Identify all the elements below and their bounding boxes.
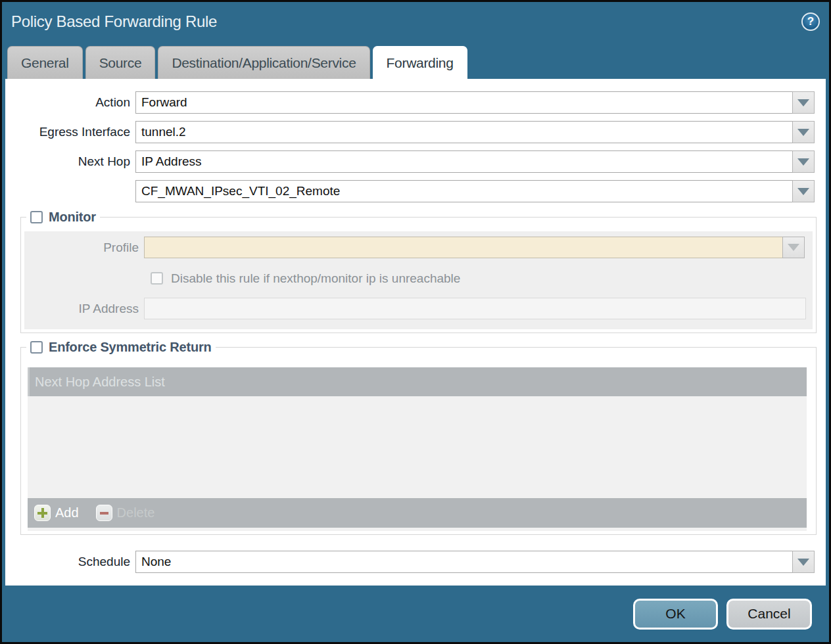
- action-label: Action: [5, 95, 135, 110]
- help-icon[interactable]: ?: [801, 12, 820, 31]
- table-bottom-strip: [28, 528, 807, 531]
- profile-select[interactable]: [144, 237, 783, 258]
- cancel-button[interactable]: Cancel: [726, 599, 812, 630]
- next-hop-address-dropdown-button[interactable]: [792, 180, 815, 202]
- chevron-down-icon: [797, 188, 809, 195]
- schedule-dropdown-button[interactable]: [792, 551, 815, 573]
- action-dropdown-button[interactable]: [792, 91, 815, 114]
- add-button[interactable]: Add: [34, 505, 79, 521]
- minus-icon: [96, 505, 112, 521]
- monitor-panel: Profile Disable this rule if nexthop/mon…: [24, 231, 813, 329]
- symmetric-return-legend: Enforce Symmetric Return: [26, 340, 216, 355]
- next-hop-type-select[interactable]: IP Address: [135, 150, 793, 173]
- next-hop-label: Next Hop: [5, 154, 135, 169]
- chevron-down-icon: [797, 99, 809, 106]
- schedule-row: Schedule None: [5, 551, 815, 573]
- disable-rule-checkbox[interactable]: [151, 272, 163, 285]
- tab-source[interactable]: Source: [85, 46, 156, 79]
- monitor-checkbox[interactable]: [30, 211, 43, 223]
- table-toolbar: Add Delete: [28, 498, 807, 528]
- action-select[interactable]: Forward: [135, 91, 793, 114]
- action-row: Action Forward: [5, 91, 815, 114]
- dialog-title: Policy Based Forwarding Rule: [11, 12, 217, 31]
- next-hop-type-dropdown-button[interactable]: [792, 150, 815, 173]
- disable-rule-label: Disable this rule if nexthop/monitor ip …: [171, 271, 460, 286]
- next-hop-address-list-table: Next Hop Address List Add Delete: [28, 367, 807, 531]
- egress-interface-dropdown-button[interactable]: [792, 121, 815, 143]
- symmetric-return-fieldset: Enforce Symmetric Return Next Hop Addres…: [20, 340, 817, 535]
- profile-label: Profile: [24, 241, 144, 255]
- ok-button[interactable]: OK: [633, 599, 718, 630]
- tab-content-forwarding: Action Forward Egress Interface tunnel.2…: [5, 79, 826, 586]
- chevron-down-icon: [797, 559, 809, 566]
- screen-frame: Policy Based Forwarding Rule ? General S…: [0, 0, 831, 644]
- chevron-down-icon: [797, 158, 809, 166]
- symmetric-return-legend-label: Enforce Symmetric Return: [49, 340, 212, 355]
- profile-dropdown-button[interactable]: [782, 237, 805, 258]
- tab-general[interactable]: General: [7, 46, 83, 79]
- egress-interface-label: Egress Interface: [5, 125, 135, 139]
- dialog-titlebar: Policy Based Forwarding Rule ?: [2, 2, 829, 41]
- dialog-footer: OK Cancel: [2, 586, 829, 642]
- table-body-empty[interactable]: [28, 396, 807, 498]
- chevron-down-icon: [797, 129, 809, 136]
- delete-button[interactable]: Delete: [96, 505, 155, 521]
- tab-destination-application-service[interactable]: Destination/Application/Service: [158, 46, 369, 79]
- egress-interface-select[interactable]: tunnel.2: [135, 121, 793, 143]
- egress-interface-row: Egress Interface tunnel.2: [5, 121, 815, 143]
- table-column-header[interactable]: Next Hop Address List: [28, 367, 807, 396]
- next-hop-address-select[interactable]: CF_MWAN_IPsec_VTI_02_Remote: [135, 180, 793, 202]
- profile-row: Profile: [24, 237, 809, 258]
- monitor-ip-address-input[interactable]: [144, 298, 806, 319]
- monitor-legend: Monitor: [26, 210, 100, 225]
- schedule-select[interactable]: None: [135, 551, 793, 573]
- add-button-label: Add: [55, 505, 79, 520]
- monitor-ip-address-row: IP Address: [24, 298, 809, 319]
- plus-icon: [34, 505, 51, 521]
- next-hop-row: Next Hop IP Address: [5, 150, 815, 173]
- monitor-fieldset: Monitor Profile Disable this rule if nex…: [20, 210, 817, 333]
- disable-rule-row: Disable this rule if nexthop/monitor ip …: [151, 270, 809, 287]
- pbf-rule-dialog: Policy Based Forwarding Rule ? General S…: [2, 2, 829, 642]
- tab-forwarding[interactable]: Forwarding: [373, 46, 467, 79]
- tab-bar: General Source Destination/Application/S…: [2, 41, 829, 79]
- monitor-legend-label: Monitor: [49, 210, 96, 225]
- monitor-ip-address-label: IP Address: [24, 302, 144, 316]
- symmetric-return-checkbox[interactable]: [30, 341, 43, 354]
- schedule-label: Schedule: [5, 555, 135, 569]
- chevron-down-icon: [788, 244, 799, 251]
- next-hop-address-row: CF_MWAN_IPsec_VTI_02_Remote: [5, 180, 815, 202]
- delete-button-label: Delete: [117, 505, 155, 520]
